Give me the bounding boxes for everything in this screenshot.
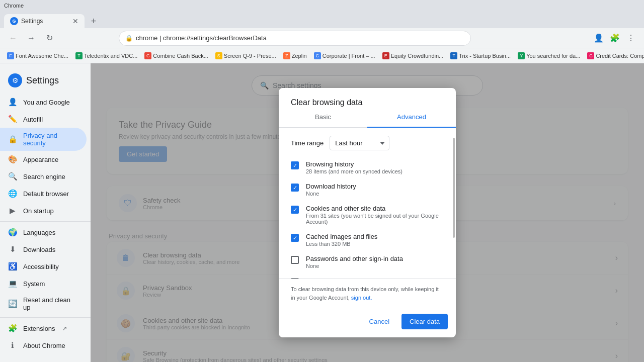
- bookmark-searched[interactable]: Y You searched for da...: [515, 51, 583, 61]
- appearance-icon: 🎨: [8, 155, 17, 164]
- checkbox-cookies-text: Cookies and other site data From 31 site…: [306, 205, 444, 225]
- checkbox-passwords-box[interactable]: [291, 256, 299, 264]
- bookmark-equity[interactable]: E Equity Crowdfundin...: [379, 51, 447, 61]
- checkbox-browsing-history[interactable]: ✓ Browsing history 28 items (and more on…: [279, 156, 456, 178]
- bookmark-screenq9[interactable]: S Screen Q-9 - Prese...: [212, 51, 279, 61]
- checkbox-cookies[interactable]: ✓ Cookies and other site data From 31 si…: [279, 201, 456, 229]
- sidebar-item-label: Appearance: [23, 156, 58, 163]
- time-range-select[interactable]: Last hour Last 24 hours Last 7 days Last…: [330, 136, 389, 150]
- tab-bar: G Settings ✕ +: [0, 11, 644, 28]
- bookmark-font-awesome[interactable]: F Font Awesome Che...: [4, 51, 71, 61]
- sidebar-item-about[interactable]: ℹ About Chrome: [0, 337, 87, 354]
- checkbox-cached-images[interactable]: ✓ Cached images and files Less than 320 …: [279, 229, 456, 251]
- url-text: chrome | chrome://settings/clearBrowserD…: [136, 34, 267, 42]
- bookmark-combine[interactable]: C Combine Cash Back...: [141, 51, 211, 61]
- bookmark-favicon: T: [75, 52, 83, 59]
- sidebar-item-languages[interactable]: 🌍 Languages: [0, 224, 87, 241]
- bookmark-label: Teledentix and VDC...: [84, 53, 137, 59]
- edit-icon: ✏️: [8, 115, 17, 124]
- checkbox-passwords[interactable]: Passwords and other sign-in data None: [279, 251, 456, 273]
- checkbox-autofill[interactable]: Autofill form data: [279, 273, 456, 279]
- bookmark-credit-cards[interactable]: C Credit Cards: Comp...: [584, 51, 644, 61]
- dialog-header: Clear browsing data: [279, 88, 456, 107]
- sidebar-item-label: Privacy and security: [23, 132, 78, 147]
- profile-button[interactable]: 👤: [592, 31, 606, 45]
- bookmark-zeplin[interactable]: Z Zeplin: [280, 51, 310, 61]
- checkbox-title: Cached images and files: [306, 233, 377, 240]
- extensions-button[interactable]: 🧩: [608, 31, 622, 45]
- checkbox-autofill-box[interactable]: [291, 278, 299, 279]
- checkbox-download-history-text: Download history None: [306, 183, 356, 197]
- bookmark-teledentix[interactable]: T Teledentix and VDC...: [72, 51, 140, 61]
- bookmark-favicon: Y: [518, 52, 525, 59]
- back-button[interactable]: ←: [6, 31, 20, 45]
- bookmark-label: You searched for da...: [526, 53, 580, 59]
- reload-button[interactable]: ↻: [42, 31, 56, 45]
- bookmark-trix[interactable]: T Trix - Startup Busin...: [447, 51, 514, 61]
- scrollbar-track: [452, 88, 456, 337]
- languages-icon: 🌍: [8, 228, 17, 237]
- bookmark-favicon: C: [314, 52, 321, 59]
- info-icon: ℹ: [8, 341, 17, 350]
- footer-sign-out-link[interactable]: sign out.: [351, 295, 372, 301]
- sidebar-item-downloads[interactable]: ⬇ Downloads: [0, 241, 87, 258]
- tab-close-icon[interactable]: ✕: [72, 17, 78, 25]
- dialog-actions: Cancel Clear data: [279, 308, 456, 337]
- bookmark-label: Font Awesome Che...: [16, 53, 68, 59]
- sidebar-item-accessibility[interactable]: ♿ Accessibility: [0, 258, 87, 275]
- modal-overlay: Clear browsing data Basic Advanced Time …: [91, 63, 644, 362]
- sidebar-item-privacy[interactable]: 🔒 Privacy and security: [0, 128, 87, 151]
- sidebar-item-on-startup[interactable]: ▶ On startup: [0, 202, 87, 219]
- sidebar-item-label: On startup: [23, 207, 54, 215]
- sidebar-item-system[interactable]: 💻 System: [0, 275, 87, 292]
- sidebar-header: ⚙ Settings: [0, 67, 91, 94]
- sidebar-divider: [0, 221, 91, 222]
- sidebar-item-reset[interactable]: 🔄 Reset and clean up: [0, 292, 87, 315]
- checkbox-sub: None: [306, 191, 356, 197]
- sidebar-item-label: Autofill: [23, 116, 43, 123]
- checkbox-sub: 28 items (and more on synced devices): [306, 168, 403, 174]
- sidebar-item-label: System: [23, 280, 45, 288]
- menu-button[interactable]: ⋮: [624, 31, 638, 45]
- dialog-tabs: Basic Advanced: [279, 107, 456, 128]
- startup-icon: ▶: [8, 206, 17, 215]
- bookmark-favicon: C: [587, 52, 594, 59]
- clear-data-button[interactable]: Clear data: [401, 314, 448, 329]
- bookmark-favicon: S: [215, 52, 222, 59]
- checkbox-title: Download history: [306, 183, 356, 190]
- checkbox-title: Passwords and other sign-in data: [306, 255, 403, 262]
- bookmark-label: Zeplin: [292, 53, 307, 59]
- checkbox-download-history-box[interactable]: ✓: [291, 184, 299, 192]
- sidebar-item-autofill[interactable]: ✏️ Autofill: [0, 111, 87, 128]
- person-icon: 👤: [8, 98, 17, 107]
- forward-button[interactable]: →: [24, 31, 38, 45]
- bookmark-favicon: C: [144, 52, 151, 59]
- tab-advanced[interactable]: Advanced: [367, 107, 456, 128]
- downloads-icon: ⬇: [8, 245, 17, 254]
- address-bar[interactable]: 🔒 chrome | chrome://settings/clearBrowse…: [119, 31, 471, 46]
- dialog-footer-note: To clear browsing data from this device …: [279, 279, 456, 308]
- tab-basic[interactable]: Basic: [279, 107, 367, 128]
- checkbox-cookies-box[interactable]: ✓: [291, 206, 299, 214]
- sidebar-item-you-and-google[interactable]: 👤 You and Google: [0, 94, 87, 111]
- cancel-button[interactable]: Cancel: [361, 314, 397, 329]
- sidebar-item-appearance[interactable]: 🎨 Appearance: [0, 151, 87, 168]
- main-content: 🔍 Search settings Take the Privacy Guide…: [91, 63, 644, 362]
- sidebar-item-label: Reset and clean up: [23, 296, 78, 311]
- checkbox-cached-box[interactable]: ✓: [291, 234, 299, 242]
- checkbox-sub: None: [306, 263, 403, 269]
- checkbox-cached-text: Cached images and files Less than 320 MB: [306, 233, 377, 247]
- new-tab-button[interactable]: +: [87, 14, 101, 28]
- dialog-title: Clear browsing data: [291, 98, 444, 107]
- sidebar-item-search-engine[interactable]: 🔍 Search engine: [0, 168, 87, 185]
- active-tab[interactable]: G Settings ✕: [4, 14, 85, 28]
- sidebar-item-default-browser[interactable]: 🌐 Default browser: [0, 185, 87, 202]
- browser-toolbar: ← → ↻ 🔒 chrome | chrome://settings/clear…: [0, 28, 644, 48]
- sidebar-item-label: Default browser: [23, 190, 69, 198]
- checkbox-download-history[interactable]: ✓ Download history None: [279, 178, 456, 201]
- checkbox-browsing-history-box[interactable]: ✓: [291, 161, 299, 169]
- sidebar: ⚙ Settings 👤 You and Google ✏️ Autofill …: [0, 63, 91, 362]
- bookmark-corporate[interactable]: C Corporate | Front – ...: [311, 51, 378, 61]
- sidebar-item-extensions[interactable]: 🧩 Extensions ↗: [0, 320, 87, 337]
- external-link-icon: ↗: [62, 325, 67, 332]
